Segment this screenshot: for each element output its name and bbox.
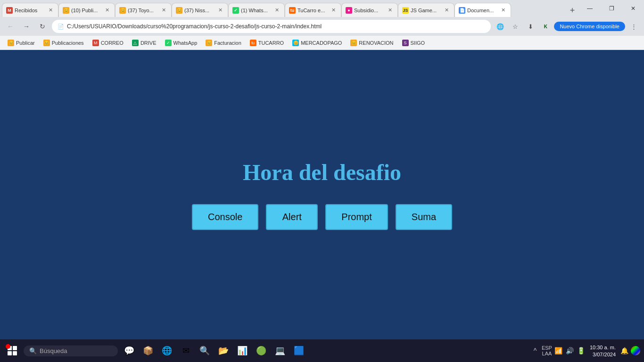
address-actions: 🌐 ☆ ⬇ K Nuevo Chrome disponible ⋮ [494, 20, 640, 33]
bm-favicon: S [402, 40, 409, 46]
kaspersky-icon[interactable]: K [539, 20, 552, 33]
bookmark-siigo[interactable]: S SIIGO [398, 39, 429, 47]
btn-suma[interactable]: Suma [396, 204, 452, 230]
bookmark-facturacion[interactable]: 😊 Facturacion [202, 39, 245, 47]
tab-favicon-tucarro: tu [289, 7, 296, 14]
tab-gmail[interactable]: M Recibidos ✕ [2, 3, 58, 17]
tab-close-niss[interactable]: ✕ [216, 7, 224, 14]
btn-console[interactable]: Console [192, 204, 258, 230]
bm-label: CORREO [101, 40, 124, 46]
bookmark-tucarro[interactable]: tu TUCARRO [246, 39, 288, 47]
bm-label: MERCADOPAGO [301, 40, 342, 46]
back-button[interactable]: ← [4, 20, 17, 33]
download-icon[interactable]: ⬇ [524, 20, 537, 33]
tab-favicon-niss: 😊 [176, 7, 182, 14]
tab-close-jsgame[interactable]: ✕ [443, 7, 450, 14]
taskbar-app-file-explorer[interactable]: 💬 [121, 342, 138, 359]
bm-favicon: 😊 [206, 40, 212, 46]
tab-close-subsidio[interactable]: ✕ [386, 7, 394, 14]
btn-alert[interactable]: Alert [266, 204, 318, 230]
tab-close-whatsapp[interactable]: ✕ [273, 7, 281, 14]
volume-icon[interactable]: 🔊 [565, 346, 575, 355]
tray-chevron[interactable]: ^ [530, 346, 540, 355]
bm-label: TUCARRO [258, 40, 284, 46]
bookmark-icon[interactable]: ☆ [509, 20, 522, 33]
tab-bar: M Recibidos ✕ 😊 (10) Publi... ✕ 😊 (37) T… [0, 0, 644, 17]
tab-close-tucarro[interactable]: ✕ [330, 7, 337, 14]
search-icon: 🔍 [29, 347, 37, 354]
bookmarks-bar: 😊 Publicar 😊 Publicaciones M CORREO △ DR… [0, 36, 644, 50]
translate-icon[interactable]: 🌐 [494, 20, 507, 33]
taskbar-app-teams[interactable]: 📦 [140, 342, 157, 359]
bookmark-publicaciones[interactable]: 😊 Publicaciones [40, 39, 88, 47]
clock-date: 3/07/2024 [593, 352, 616, 357]
clock-time: 10:30 a. m. [590, 344, 616, 351]
tab-close-toyo[interactable]: ✕ [160, 7, 167, 14]
tab-toyo[interactable]: 😊 (37) Toyo... ✕ [115, 3, 172, 17]
reload-button[interactable]: ↻ [36, 20, 49, 33]
taskbar-app-store[interactable]: 🌐 [158, 342, 175, 359]
close-button[interactable]: ✕ [622, 0, 644, 17]
minimize-button[interactable]: — [579, 0, 601, 17]
page-title: Hora del desafio [243, 159, 401, 185]
new-tab-button[interactable]: + [566, 4, 579, 17]
tab-pub1[interactable]: 😊 (10) Publi... ✕ [58, 3, 115, 17]
taskbar-tray: ^ ESP LAA 📶 🔊 🔋 10:30 a. m. 3/07/2024 🔔 [530, 344, 640, 357]
bm-favicon: ✓ [165, 40, 172, 46]
tab-favicon-jsgame: JS [402, 7, 409, 14]
bookmark-publicar[interactable]: 😊 Publicar [4, 39, 39, 47]
bookmark-correo[interactable]: M CORREO [89, 39, 127, 47]
chrome-update-button[interactable]: Nuevo Chrome disponible [554, 22, 625, 31]
tab-favicon-subsidio: ● [346, 7, 352, 14]
tab-label-gmail: Recibidos [15, 8, 45, 13]
tab-whatsapp[interactable]: ✓ (1) Whats... ✕ [228, 3, 285, 17]
battery-icon[interactable]: 🔋 [577, 346, 586, 355]
btn-prompt[interactable]: Prompt [325, 204, 388, 230]
tab-close-pub1[interactable]: ✕ [103, 7, 111, 14]
window-controls: — ❐ ✕ [579, 0, 644, 17]
forward-button[interactable]: → [20, 20, 33, 33]
bm-favicon: 😊 [350, 40, 357, 46]
bm-favicon: 😊 [8, 40, 14, 46]
tab-label-documen: Documen... [467, 8, 497, 13]
tab-documen[interactable]: 📄 Documen... ✕ [454, 3, 511, 17]
bm-favicon: 😊 [292, 40, 299, 46]
taskbar-app-mail[interactable]: 🔍 [196, 342, 213, 359]
main-content: Hora del desafio ConsoleAlertPromptSuma [0, 50, 644, 339]
taskbar-apps: 💬📦🌐✉🔍📂📊🟢💻🟦 [121, 342, 528, 359]
taskbar-app-powerpoint[interactable]: 🟢 [253, 342, 270, 359]
maximize-button[interactable]: ❐ [601, 0, 622, 17]
start-button[interactable] [4, 342, 21, 359]
taskbar-app-folder[interactable]: 📊 [234, 342, 251, 359]
taskbar-app-edge[interactable]: ✉ [177, 342, 194, 359]
lang-label: ESP [542, 345, 552, 351]
taskbar-app-search[interactable]: 📂 [215, 342, 232, 359]
tab-jsgame[interactable]: JS JS Game... ✕ [398, 3, 454, 17]
search-placeholder: Búsqueda [40, 347, 67, 354]
tab-niss[interactable]: 😊 (37) Niss... ✕ [172, 3, 228, 17]
bm-favicon: 😊 [43, 40, 50, 46]
bm-favicon: M [92, 40, 99, 46]
wifi-icon[interactable]: 📶 [554, 346, 563, 355]
tab-subsidio[interactable]: ● Subsidio... ✕ [341, 3, 398, 17]
bookmark-whatsapp[interactable]: ✓ WhatsApp [161, 39, 201, 47]
tab-label-niss: (37) Niss... [184, 8, 215, 13]
menu-icon[interactable]: ⋮ [627, 20, 640, 33]
tab-favicon-whatsapp: ✓ [232, 7, 239, 14]
tab-close-gmail[interactable]: ✕ [47, 7, 54, 14]
tab-favicon-gmail: M [6, 7, 13, 14]
bm-label: SIIGO [411, 40, 425, 46]
tab-tucarro[interactable]: tu TuCarro e... ✕ [285, 3, 341, 17]
bm-label: WhatsApp [173, 40, 198, 46]
tab-favicon-pub1: 😊 [63, 7, 69, 14]
taskbar-app-notepad[interactable]: 🟦 [290, 342, 307, 359]
taskbar-search[interactable]: 🔍 Búsqueda [24, 346, 118, 356]
bookmark-mercadopago[interactable]: 😊 MERCADOPAGO [289, 39, 346, 47]
bm-label: Publicar [16, 40, 35, 46]
tab-close-documen[interactable]: ✕ [499, 7, 507, 14]
url-bar[interactable]: 📄 C:/Users/USUARIO/Downloads/curso%20pro… [52, 20, 491, 33]
taskbar-app-excel[interactable]: 💻 [272, 342, 289, 359]
bookmark-drive[interactable]: △ DRIVE [128, 39, 160, 47]
bookmark-renovacion[interactable]: 😊 RENOVACION [347, 39, 397, 47]
notification-icon[interactable]: 🔔 [619, 346, 629, 355]
